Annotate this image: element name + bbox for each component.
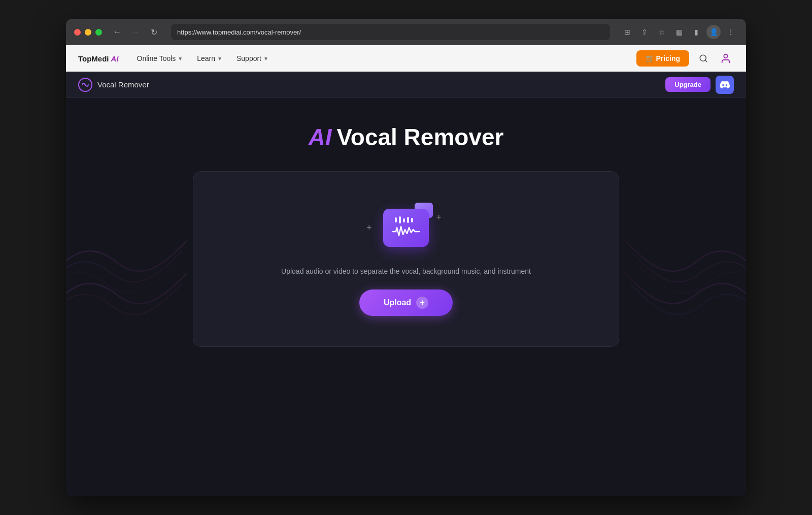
sidebar-icon[interactable]: ▮ — [689, 25, 703, 39]
title-ai-text: AI — [309, 123, 332, 151]
sub-nav-left: Vocal Remover — [78, 78, 149, 92]
nav-learn[interactable]: Learn ▼ — [191, 51, 228, 66]
browser-nav: ← → ↻ — [110, 25, 161, 39]
chevron-down-icon: ▼ — [263, 56, 268, 61]
user-icon[interactable] — [718, 50, 734, 67]
chevron-down-icon: ▼ — [217, 56, 222, 61]
search-icon[interactable] — [695, 50, 712, 67]
minimize-button[interactable] — [85, 29, 91, 36]
back-button[interactable]: ← — [110, 25, 124, 39]
browser-titlebar: ← → ↻ https://www.topmediai.com/vocal-re… — [66, 19, 746, 45]
site-navigation: TopMediAi Online Tools ▼ Learn ▼ Support… — [66, 45, 746, 72]
nav-right: 🛒 Pricing — [636, 50, 734, 67]
discord-button[interactable] — [716, 76, 734, 94]
sub-nav-right: Upgrade — [665, 76, 734, 94]
upload-description: Upload audio or video to separate the vo… — [281, 267, 531, 275]
svg-rect-4 — [395, 217, 397, 222]
waveform-icon — [383, 209, 429, 247]
share-icon[interactable]: ⇪ — [637, 25, 652, 39]
site-logo[interactable]: TopMediAi — [78, 54, 119, 63]
profile-avatar[interactable]: 👤 — [706, 25, 721, 39]
svg-rect-6 — [403, 218, 405, 222]
title-main-text: Vocal Remover — [337, 123, 504, 151]
main-content: AI Vocal Remover + — [66, 98, 746, 496]
chevron-down-icon: ▼ — [178, 56, 183, 61]
waveform-icon-container: + + — [376, 202, 436, 253]
app-title: Vocal Remover — [97, 80, 149, 89]
sub-navigation: Vocal Remover Upgrade — [66, 72, 746, 98]
browser-actions: ⊞ ⇪ ☆ ▦ ▮ 👤 ⋮ — [620, 25, 738, 39]
menu-icon[interactable]: ⋮ — [724, 25, 738, 39]
logo-ai-text: Ai — [111, 54, 119, 63]
reload-button[interactable]: ↻ — [147, 25, 161, 39]
nav-items: Online Tools ▼ Learn ▼ Support ▼ — [131, 51, 636, 66]
upgrade-button[interactable]: Upgrade — [665, 77, 710, 92]
upload-button[interactable]: Upload + — [359, 289, 453, 316]
plus-decoration-right: + — [436, 212, 442, 223]
traffic-lights — [74, 29, 102, 36]
nav-support[interactable]: Support ▼ — [230, 51, 275, 66]
url-text: https://www.topmediai.com/vocal-remover/ — [177, 28, 301, 36]
svg-line-1 — [705, 60, 706, 61]
maximize-button[interactable] — [95, 29, 102, 36]
svg-point-2 — [724, 54, 727, 58]
upload-button-label: Upload — [384, 298, 411, 307]
logo-text: TopMedi — [78, 54, 109, 63]
address-bar[interactable]: https://www.topmediai.com/vocal-remover/ — [171, 24, 610, 40]
pricing-button[interactable]: 🛒 Pricing — [636, 50, 689, 67]
svg-rect-8 — [411, 218, 413, 222]
plus-decoration-left: + — [366, 222, 372, 233]
app-container: Vocal Remover Upgrade AI Vocal Remover — [66, 72, 746, 496]
browser-window: ← → ↻ https://www.topmediai.com/vocal-re… — [66, 19, 746, 496]
star-icon[interactable]: ☆ — [655, 25, 669, 39]
svg-rect-7 — [407, 217, 409, 223]
bookmark-manager-icon[interactable]: ⊞ — [620, 25, 634, 39]
close-button[interactable] — [74, 29, 81, 36]
page-title: AI Vocal Remover — [309, 123, 504, 151]
forward-button[interactable]: → — [128, 25, 143, 39]
upload-plus-icon: + — [416, 297, 428, 309]
upload-card: + + — [193, 171, 619, 347]
svg-rect-5 — [399, 216, 401, 223]
extensions-icon[interactable]: ▦ — [672, 25, 686, 39]
app-logo-icon — [78, 78, 92, 92]
nav-online-tools[interactable]: Online Tools ▼ — [131, 51, 189, 66]
